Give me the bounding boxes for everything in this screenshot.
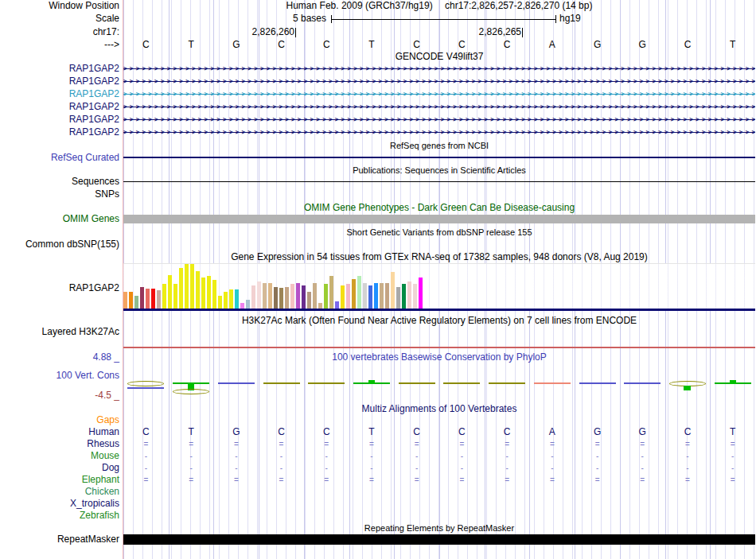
gtex-tissue-bar[interactable] bbox=[407, 281, 411, 309]
conservation-mark[interactable] bbox=[399, 382, 435, 384]
multiz-row-rhesus[interactable]: ============== bbox=[123, 439, 755, 449]
track-label-gtex-gene[interactable]: RAP1GAP2 bbox=[0, 283, 119, 293]
track-label-common-dbsnp[interactable]: Common dbSNP(155) bbox=[0, 239, 119, 250]
conservation-mark[interactable] bbox=[443, 382, 480, 384]
gtex-expression-chart[interactable] bbox=[123, 263, 755, 309]
gtex-tissue-bar[interactable] bbox=[168, 275, 172, 309]
track-label-omim-genes[interactable]: OMIM Genes bbox=[0, 214, 119, 224]
multiz-species-label-dog[interactable]: Dog bbox=[0, 463, 119, 473]
omim-gene-bar[interactable] bbox=[123, 215, 755, 223]
multiz-species-label-human[interactable]: Human bbox=[0, 427, 119, 437]
gtex-tissue-bar[interactable] bbox=[207, 276, 211, 309]
gtex-tissue-bar[interactable] bbox=[257, 281, 261, 309]
conservation-mark[interactable] bbox=[173, 389, 209, 394]
gtex-tissue-bar[interactable] bbox=[229, 289, 233, 309]
gtex-tissue-bar[interactable] bbox=[368, 285, 372, 309]
gene-label-rap1gap2[interactable]: RAP1GAP2 bbox=[0, 127, 119, 138]
gtex-tissue-bar[interactable] bbox=[218, 296, 222, 309]
publications-sequences-item[interactable] bbox=[123, 181, 755, 182]
conservation-mark[interactable] bbox=[534, 382, 571, 384]
gene-label-rap1gap2[interactable]: RAP1GAP2 bbox=[0, 89, 119, 99]
gtex-tissue-bar[interactable] bbox=[391, 272, 395, 309]
conservation-mark[interactable] bbox=[489, 382, 525, 384]
multiz-row-dog[interactable]: -------------- bbox=[123, 463, 755, 473]
multiz-species-label-gaps[interactable]: Gaps bbox=[0, 415, 119, 425]
conservation-mark[interactable] bbox=[624, 382, 661, 384]
gtex-tissue-bar[interactable] bbox=[146, 289, 150, 309]
refseq-curated-item[interactable] bbox=[123, 157, 755, 158]
gtex-tissue-bar[interactable] bbox=[134, 296, 138, 309]
gtex-tissue-bar[interactable] bbox=[290, 284, 294, 309]
multiz-species-label-rhesus[interactable]: Rhesus bbox=[0, 439, 119, 449]
gene-label-rap1gap2[interactable]: RAP1GAP2 bbox=[0, 76, 119, 87]
conservation-mark[interactable] bbox=[127, 387, 164, 389]
gtex-tissue-bar[interactable] bbox=[285, 287, 289, 309]
multiz-row-elephant[interactable]: ============== bbox=[123, 475, 755, 485]
gene-label-rap1gap2[interactable]: RAP1GAP2 bbox=[0, 102, 119, 112]
gtex-tissue-bar[interactable] bbox=[324, 284, 328, 309]
gtex-tissue-bar[interactable] bbox=[185, 264, 189, 309]
gtex-tissue-bar[interactable] bbox=[162, 284, 166, 309]
conservation-mark[interactable] bbox=[368, 380, 375, 384]
track-label-refseq-curated[interactable]: RefSeq Curated bbox=[0, 153, 119, 163]
gene-transcript-row[interactable]: >>>>>>>>>>>>>>>>>>>>>>>>>>>>>>>>>>>>>>>>… bbox=[123, 127, 755, 138]
track-label-layered-h3k27ac[interactable]: Layered H3K27Ac bbox=[0, 327, 119, 337]
gtex-tissue-bar[interactable] bbox=[346, 284, 350, 309]
gtex-tissue-bar[interactable] bbox=[123, 292, 127, 309]
gtex-tissue-bar[interactable] bbox=[268, 283, 272, 309]
track-label-100-vert-cons[interactable]: 100 Vert. Cons bbox=[0, 371, 119, 381]
multiz-species-label-chicken[interactable]: Chicken bbox=[0, 487, 119, 497]
gtex-tissue-bar[interactable] bbox=[357, 276, 361, 309]
gtex-tissue-bar[interactable] bbox=[296, 283, 300, 309]
multiz-row-mouse[interactable]: -------------- bbox=[123, 451, 755, 461]
gtex-tissue-bar[interactable] bbox=[374, 283, 378, 309]
gtex-tissue-bar[interactable] bbox=[212, 280, 216, 309]
gtex-tissue-bar[interactable] bbox=[302, 285, 306, 309]
gtex-tissue-bar[interactable] bbox=[307, 292, 311, 309]
gtex-tissue-bar[interactable] bbox=[129, 292, 133, 309]
gtex-tissue-bar[interactable] bbox=[341, 285, 345, 309]
gtex-tissue-bar[interactable] bbox=[413, 284, 417, 309]
multiz-species-label-zebrafish[interactable]: Zebrafish bbox=[0, 510, 119, 521]
gtex-tissue-bar[interactable] bbox=[173, 284, 177, 309]
gene-transcript-row[interactable]: >>>>>>>>>>>>>>>>>>>>>>>>>>>>>>>>>>>>>>>>… bbox=[123, 64, 755, 74]
gtex-tissue-bar[interactable] bbox=[419, 278, 423, 309]
gene-label-rap1gap2[interactable]: RAP1GAP2 bbox=[0, 115, 119, 125]
multiz-species-label-elephant[interactable]: Elephant bbox=[0, 475, 119, 485]
h3k27ac-signal-line[interactable] bbox=[123, 347, 755, 348]
gene-transcript-row[interactable]: >>>>>>>>>>>>>>>>>>>>>>>>>>>>>>>>>>>>>>>>… bbox=[123, 76, 755, 87]
conservation-mark[interactable] bbox=[730, 380, 736, 384]
repeatmasker-element-bar[interactable] bbox=[123, 534, 755, 545]
gene-transcript-row[interactable]: >>>>>>>>>>>>>>>>>>>>>>>>>>>>>>>>>>>>>>>>… bbox=[123, 89, 755, 99]
multiz-species-label-mouse[interactable]: Mouse bbox=[0, 451, 119, 461]
gtex-tissue-bar[interactable] bbox=[396, 287, 400, 309]
gtex-tissue-bar[interactable] bbox=[402, 284, 406, 309]
conservation-mark[interactable] bbox=[308, 382, 345, 384]
conservation-mark[interactable] bbox=[684, 386, 691, 390]
gtex-tissue-bar[interactable] bbox=[201, 278, 205, 309]
gtex-tissue-bar[interactable] bbox=[380, 283, 384, 309]
gtex-tissue-bar[interactable] bbox=[151, 289, 155, 309]
gtex-tissue-bar[interactable] bbox=[157, 290, 161, 309]
gtex-tissue-bar[interactable] bbox=[196, 271, 200, 309]
gtex-tissue-bar[interactable] bbox=[385, 283, 389, 309]
conservation-mark[interactable] bbox=[263, 382, 300, 384]
gtex-tissue-bar[interactable] bbox=[313, 283, 317, 309]
gene-transcript-row[interactable]: >>>>>>>>>>>>>>>>>>>>>>>>>>>>>>>>>>>>>>>>… bbox=[123, 115, 755, 125]
gtex-tissue-bar[interactable] bbox=[279, 288, 283, 309]
gtex-tissue-bar[interactable] bbox=[179, 268, 183, 309]
multiz-species-label-x_tropicalis[interactable]: X_tropicalis bbox=[0, 499, 119, 509]
gtex-tissue-bar[interactable] bbox=[190, 264, 194, 309]
gtex-tissue-bar[interactable] bbox=[251, 285, 255, 309]
gene-label-rap1gap2[interactable]: RAP1GAP2 bbox=[0, 64, 119, 74]
conservation-mark[interactable] bbox=[579, 382, 616, 384]
conservation-mark[interactable] bbox=[218, 382, 255, 384]
gene-transcript-row[interactable]: >>>>>>>>>>>>>>>>>>>>>>>>>>>>>>>>>>>>>>>>… bbox=[123, 102, 755, 112]
gtex-tissue-bar[interactable] bbox=[363, 283, 367, 309]
gtex-tissue-bar[interactable] bbox=[352, 279, 356, 309]
conservation-mark[interactable] bbox=[127, 381, 164, 386]
track-label-repeatmasker[interactable]: RepeatMasker bbox=[0, 534, 119, 545]
gtex-tissue-bar[interactable] bbox=[329, 276, 333, 309]
track-label-snps[interactable]: SNPs bbox=[0, 189, 119, 200]
gtex-tissue-bar[interactable] bbox=[140, 287, 144, 309]
